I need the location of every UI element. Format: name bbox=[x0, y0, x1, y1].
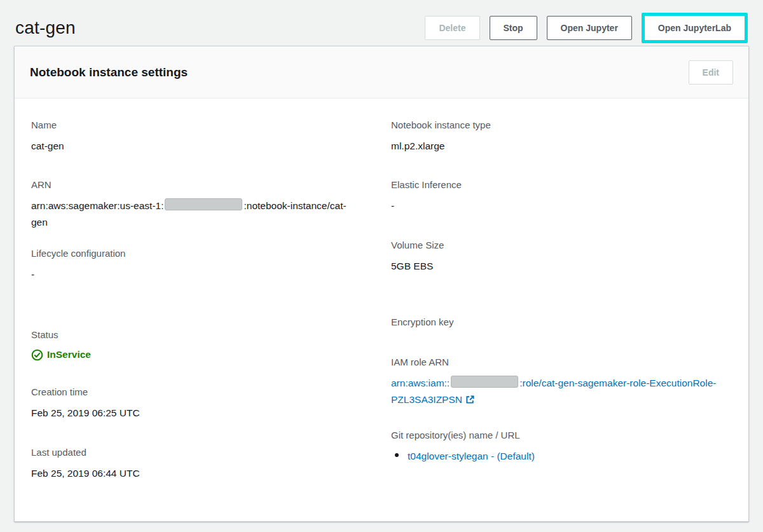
field-label: Status bbox=[31, 329, 350, 341]
field-value: - bbox=[31, 266, 350, 283]
header-actions: Delete Stop Open Jupyter Open JupyterLab bbox=[425, 13, 748, 43]
field-label: Creation time bbox=[31, 386, 350, 399]
field-notebook-instance-type: Notebook instance type ml.p2.xlarge bbox=[391, 119, 733, 154]
field-status: Status InService bbox=[31, 329, 350, 362]
field-elastic-inference: Elastic Inference - bbox=[391, 179, 733, 214]
arn-prefix: arn:aws:sagemaker:us-east-1: bbox=[31, 200, 163, 211]
iam-role-link[interactable]: arn:aws:iam:::role/cat-gen-sagemaker-rol… bbox=[391, 378, 716, 405]
git-repo-list: t04glover-stylegan - (Default) bbox=[391, 448, 733, 465]
field-value: Feb 25, 2019 06:44 UTC bbox=[31, 465, 350, 482]
left-column: Name cat-gen ARN arn:aws:sagemaker:us-ea… bbox=[31, 119, 350, 482]
page: cat-gen Delete Stop Open Jupyter Open Ju… bbox=[0, 0, 763, 522]
field-value: Feb 25, 2019 06:25 UTC bbox=[31, 405, 350, 421]
delete-button[interactable]: Delete bbox=[425, 16, 479, 40]
field-label: IAM role ARN bbox=[391, 356, 733, 369]
field-value: 5GB EBS bbox=[391, 258, 733, 275]
status-text: InService bbox=[47, 348, 91, 362]
field-label: ARN bbox=[31, 179, 350, 191]
external-link-icon bbox=[465, 395, 475, 404]
field-encryption-key: Encryption key bbox=[391, 316, 733, 329]
page-title: cat-gen bbox=[15, 18, 76, 38]
field-last-updated: Last updated Feb 25, 2019 06:44 UTC bbox=[31, 446, 350, 482]
field-volume-size: Volume Size 5GB EBS bbox=[391, 239, 733, 275]
field-label: Last updated bbox=[31, 446, 350, 459]
git-repo-item: t04glover-stylegan - (Default) bbox=[391, 448, 733, 465]
redaction-box bbox=[451, 376, 518, 388]
field-name: Name cat-gen bbox=[31, 119, 350, 154]
open-jupyterlab-button[interactable]: Open JupyterLab bbox=[645, 16, 745, 40]
field-value: - bbox=[391, 198, 733, 214]
edit-button[interactable]: Edit bbox=[689, 60, 733, 85]
field-label: Git repository(ies) name / URL bbox=[391, 429, 733, 442]
field-value: ml.p2.xlarge bbox=[391, 138, 733, 154]
open-jupyter-button[interactable]: Open Jupyter bbox=[547, 16, 632, 40]
field-label: Name bbox=[31, 119, 350, 132]
field-label: Notebook instance type bbox=[391, 119, 733, 132]
notebook-instance-settings-card: Notebook instance settings Edit Name cat… bbox=[14, 46, 749, 522]
field-label: Elastic Inference bbox=[391, 179, 733, 191]
field-label: Lifecycle configuration bbox=[31, 247, 350, 260]
field-label: Volume Size bbox=[391, 239, 733, 252]
field-arn: ARN arn:aws:sagemaker:us-east-1::noteboo… bbox=[31, 179, 350, 231]
field-value: arn:aws:sagemaker:us-east-1::notebook-in… bbox=[31, 198, 350, 231]
card-header: Notebook instance settings Edit bbox=[15, 46, 748, 99]
field-lifecycle-configuration: Lifecycle configuration - bbox=[31, 247, 350, 283]
git-repo-link[interactable]: t04glover-stylegan - (Default) bbox=[408, 451, 535, 461]
right-column: Notebook instance type ml.p2.xlarge Elas… bbox=[391, 119, 733, 482]
field-creation-time: Creation time Feb 25, 2019 06:25 UTC bbox=[31, 386, 350, 421]
stop-button[interactable]: Stop bbox=[490, 16, 537, 40]
card-title: Notebook instance settings bbox=[30, 65, 188, 79]
field-value: cat-gen bbox=[31, 138, 350, 154]
iam-arn-prefix: arn:aws:iam:: bbox=[391, 378, 450, 388]
field-git-repositories: Git repository(ies) name / URL t04glover… bbox=[391, 429, 733, 465]
field-iam-role-arn: IAM role ARN arn:aws:iam:::role/cat-gen-… bbox=[391, 356, 733, 408]
highlight-annotation: Open JupyterLab bbox=[642, 13, 748, 43]
page-header: cat-gen Delete Stop Open Jupyter Open Ju… bbox=[14, 0, 749, 46]
check-circle-icon bbox=[31, 349, 43, 361]
field-label: Encryption key bbox=[391, 316, 733, 329]
card-body: Name cat-gen ARN arn:aws:sagemaker:us-ea… bbox=[15, 99, 748, 521]
field-value: arn:aws:iam:::role/cat-gen-sagemaker-rol… bbox=[391, 375, 733, 408]
redaction-box bbox=[165, 198, 242, 210]
status-badge: InService bbox=[31, 348, 350, 362]
